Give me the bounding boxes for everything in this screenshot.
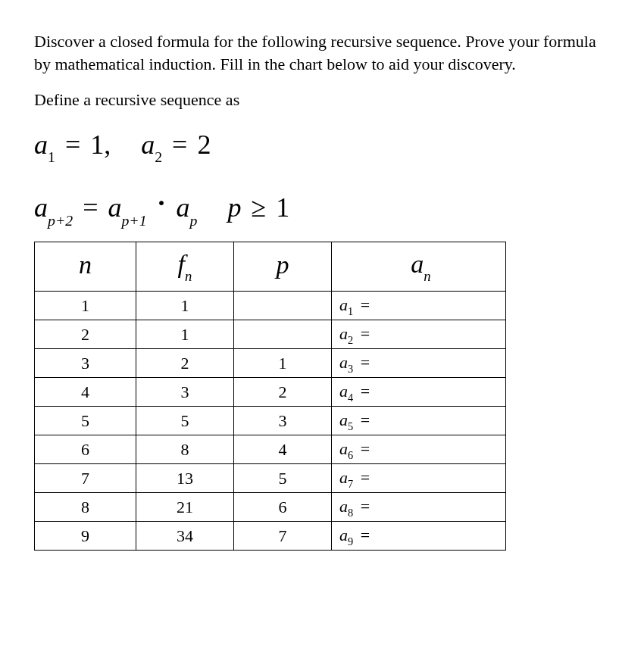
table-row: 553a5 = [35, 407, 506, 435]
comma: , [104, 129, 111, 160]
cell-n: 3 [35, 349, 136, 378]
header-an: an [332, 242, 506, 292]
cell-n: 1 [35, 292, 136, 320]
var-a-lhs: a [34, 192, 48, 223]
cell-n: 9 [35, 522, 136, 551]
table-body: 11a1 =21a2 =321a3 =432a4 =553a5 =684a6 =… [35, 292, 506, 551]
cell-p: 2 [234, 378, 332, 407]
sub-p: p [190, 212, 198, 229]
problem-statement: Discover a closed formula for the follow… [34, 30, 610, 75]
cell-fn: 13 [136, 464, 234, 493]
cell-an: a6 = [332, 435, 506, 464]
sub-2: 2 [155, 148, 162, 165]
var-a-rhs1: a [108, 192, 121, 223]
cell-an: a4 = [332, 378, 506, 407]
value-2: 2 [197, 129, 211, 160]
cell-n: 7 [35, 464, 136, 493]
cell-fn: 21 [136, 493, 234, 522]
sub-p1: p+1 [121, 212, 146, 229]
table-header-row: n fn p an [35, 242, 506, 292]
cell-fn: 1 [136, 320, 234, 349]
cell-p: 1 [234, 349, 332, 378]
cell-p: 7 [234, 522, 332, 551]
cond-var: p [227, 192, 241, 223]
cell-fn: 1 [136, 292, 234, 320]
cell-p: 6 [234, 493, 332, 522]
table-row: 21a2 = [35, 320, 506, 349]
cell-an: a7 = [332, 464, 506, 493]
equals: = [80, 192, 101, 223]
table-row: 8216a8 = [35, 493, 506, 522]
cell-an: a5 = [332, 407, 506, 435]
cell-an: a8 = [332, 493, 506, 522]
cell-p: 3 [234, 407, 332, 435]
cell-p: 4 [234, 435, 332, 464]
initial-conditions: a1 = 1, a2 = 2 [34, 126, 610, 165]
cell-an: a9 = [332, 522, 506, 551]
sub-p2: p+2 [48, 212, 73, 229]
cell-fn: 34 [136, 522, 234, 551]
header-an-a: a [411, 250, 424, 278]
var-a2: a [141, 129, 155, 160]
header-an-sub: n [424, 268, 430, 284]
cell-fn: 5 [136, 407, 234, 435]
cell-n: 4 [35, 378, 136, 407]
cell-p [234, 292, 332, 320]
cell-n: 8 [35, 493, 136, 522]
multiply-dot: · [154, 188, 170, 218]
cell-an: a2 = [332, 320, 506, 349]
header-n: n [35, 242, 136, 292]
cell-an: a3 = [332, 349, 506, 378]
cell-fn: 8 [136, 435, 234, 464]
equals-1: = [62, 129, 83, 160]
header-fn-f: f [178, 250, 185, 278]
cond-op: ≥ [248, 192, 269, 223]
header-fn: fn [136, 242, 234, 292]
table-row: 7135a7 = [35, 464, 506, 493]
sub-1: 1 [48, 148, 55, 165]
cell-n: 6 [35, 435, 136, 464]
header-p: p [234, 242, 332, 292]
cell-p [234, 320, 332, 349]
cell-fn: 2 [136, 349, 234, 378]
value-1: 1 [90, 129, 104, 160]
cond-val: 1 [276, 192, 289, 223]
cell-fn: 3 [136, 378, 234, 407]
cell-an: a1 = [332, 292, 506, 320]
table-row: 432a4 = [35, 378, 506, 407]
table-row: 684a6 = [35, 435, 506, 464]
table-row: 11a1 = [35, 292, 506, 320]
definition-intro: Define a recursive sequence as [34, 89, 610, 111]
recurrence-relation: ap+2 = ap+1 · ap p ≥ 1 [34, 185, 610, 228]
var-a: a [34, 129, 48, 160]
cell-p: 5 [234, 464, 332, 493]
var-a-rhs2: a [177, 192, 190, 223]
table-row: 9347a9 = [35, 522, 506, 551]
cell-n: 2 [35, 320, 136, 349]
header-fn-sub: n [185, 268, 192, 284]
table-row: 321a3 = [35, 349, 506, 378]
cell-n: 5 [35, 407, 136, 435]
equals-2: = [169, 129, 190, 160]
sequence-table: n fn p an 11a1 =21a2 =321a3 =432a4 =553a… [34, 242, 506, 551]
